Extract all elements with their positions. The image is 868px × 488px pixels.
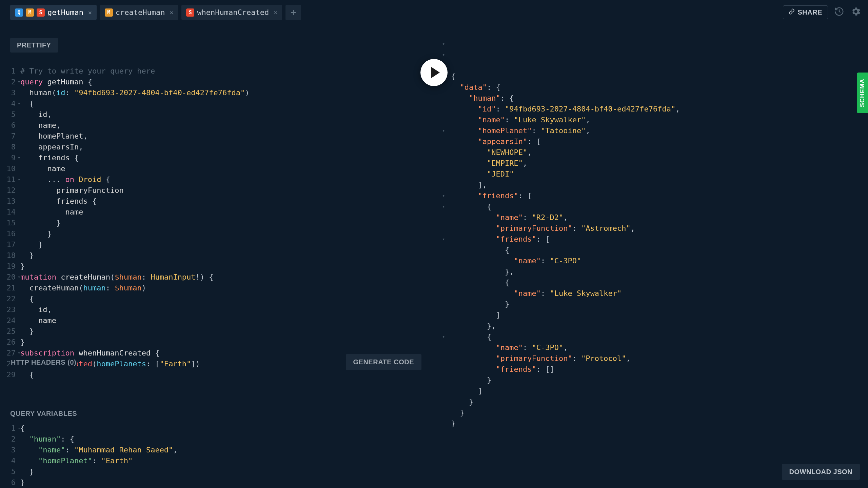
play-button[interactable]	[420, 59, 448, 86]
response-line: "friends": [	[451, 234, 851, 245]
code-line: homePlanet,	[20, 131, 434, 142]
response-line: "appearsIn": [	[451, 136, 851, 147]
code-line: }	[20, 337, 434, 348]
http-headers-toggle[interactable]: HTTP HEADERS (0)	[10, 357, 77, 368]
tab-label: whenHumanCreated	[197, 8, 269, 17]
code-line: }	[20, 228, 434, 239]
query-variables-panel: QUERY VARIABLES 123456 { "human": { "nam…	[0, 404, 434, 488]
response-line: "data": {	[451, 82, 851, 93]
code-line: "human": {	[20, 434, 434, 445]
response-line: "human": {	[451, 93, 851, 104]
code-line: name	[20, 163, 434, 174]
share-label: SHARE	[797, 8, 822, 16]
tab-label: createHuman	[116, 8, 165, 17]
prettify-button[interactable]: PRETTIFY	[10, 38, 58, 53]
query-variables-toggle[interactable]: QUERY VARIABLES	[0, 404, 434, 423]
response-line: "friends": []	[451, 364, 851, 375]
response-line: },	[451, 321, 851, 331]
operation-badge-m: M	[105, 8, 113, 17]
history-icon[interactable]	[834, 6, 844, 18]
code-line: }	[20, 261, 434, 272]
response-line: ]	[451, 310, 851, 321]
response-line: {	[451, 71, 851, 82]
code-line: id,	[20, 109, 434, 120]
tab-getHuman[interactable]: QMSgetHuman✕	[10, 5, 97, 20]
code-line: primaryFunction	[20, 185, 434, 196]
response-line: "name": "Luke Skywalker",	[451, 115, 851, 125]
response-line: {	[451, 201, 851, 212]
response-line: "primaryFunction": "Protocol",	[451, 353, 851, 364]
schema-tab[interactable]: SCHEMA	[857, 73, 868, 113]
response-line: "homePlanet": "Tatooine",	[451, 125, 851, 136]
code-line: }	[20, 477, 434, 488]
code-line: friends {	[20, 152, 434, 163]
variables-editor[interactable]: 123456 { "human": { "name": "Muhammad Re…	[0, 423, 434, 488]
code-line: }	[20, 466, 434, 477]
response-line: {	[451, 245, 851, 256]
tab-whenHumanCreated[interactable]: SwhenHumanCreated✕	[181, 5, 282, 20]
close-icon[interactable]: ✕	[170, 9, 174, 16]
code-line: }	[20, 239, 434, 250]
response-line: "name": "Luke Skywalker"	[451, 288, 851, 299]
code-line: name	[20, 207, 434, 218]
query-editor[interactable]: 1234567891011121314151617181920212223242…	[0, 65, 434, 404]
response-line: },	[451, 266, 851, 277]
code-line: }	[20, 218, 434, 228]
response-line: }	[451, 299, 851, 310]
operation-badge-s: S	[186, 8, 194, 17]
download-json-button[interactable]: DOWNLOAD JSON	[782, 464, 860, 480]
code-line: name,	[20, 120, 434, 131]
code-line: id,	[20, 304, 434, 315]
code-line: human(id: "94fbd693-2027-4804-bf40-ed427…	[20, 87, 434, 98]
code-line: "homePlanet": "Earth"	[20, 455, 434, 466]
response-line: "JEDI"	[451, 169, 851, 180]
response-line: ],	[451, 180, 851, 190]
operation-badge-q: Q	[15, 8, 23, 17]
response-line: "name": "R2-D2",	[451, 212, 851, 223]
response-line: }	[451, 418, 851, 429]
operation-badge-s: S	[37, 8, 45, 17]
code-line: query getHuman {	[20, 77, 434, 87]
code-line: {	[20, 369, 434, 380]
code-line: {	[20, 293, 434, 304]
tab-label: getHuman	[47, 8, 83, 17]
settings-gear-icon[interactable]	[850, 6, 861, 19]
response-line: "NEWHOPE",	[451, 147, 851, 158]
response-line: "primaryFunction": "Astromech",	[451, 223, 851, 234]
code-line: friends {	[20, 196, 434, 207]
response-line: }	[451, 396, 851, 407]
code-line: createHuman(human: $human)	[20, 283, 434, 293]
response-pane: { "data": { "human": { "id": "94fbd693-2…	[434, 25, 868, 488]
code-line: # Try to write your query here	[20, 66, 434, 77]
response-line: "name": "C-3PO",	[451, 342, 851, 353]
share-button[interactable]: SHARE	[783, 5, 828, 19]
operation-badge-m: M	[26, 8, 34, 17]
response-line: }	[451, 375, 851, 386]
link-icon	[789, 8, 795, 16]
response-line: }	[451, 407, 851, 418]
close-icon[interactable]: ✕	[274, 9, 277, 16]
response-line: "EMPIRE",	[451, 158, 851, 169]
code-line: "name": "Muhammad Rehan Saeed",	[20, 445, 434, 455]
response-line: {	[451, 331, 851, 342]
code-line: ... on Droid {	[20, 174, 434, 185]
add-tab-button[interactable]: +	[285, 5, 301, 20]
response-line: "friends": [	[451, 190, 851, 201]
response-line: ]	[451, 386, 851, 396]
code-line: name	[20, 315, 434, 326]
tab-createHuman[interactable]: McreateHuman✕	[100, 5, 178, 20]
code-line: appearsIn,	[20, 142, 434, 152]
close-icon[interactable]: ✕	[88, 9, 92, 16]
left-pane: PRETTIFY 1234567891011121314151617181920…	[0, 25, 434, 488]
response-line: "id": "94fbd693-2027-4804-bf40-ed427fe76…	[451, 104, 851, 115]
code-line: mutation createHuman($human: HumanInput!…	[20, 272, 434, 283]
response-line: {	[451, 277, 851, 288]
top-actions: SHARE	[783, 5, 861, 19]
topbar: QMSgetHuman✕McreateHuman✕SwhenHumanCreat…	[0, 0, 868, 25]
generate-code-button[interactable]: GENERATE CODE	[346, 354, 421, 370]
tab-bar: QMSgetHuman✕McreateHuman✕SwhenHumanCreat…	[10, 5, 783, 20]
code-line: {	[20, 423, 434, 434]
code-line: }	[20, 326, 434, 337]
response-viewer[interactable]: { "data": { "human": { "id": "94fbd693-2…	[434, 25, 868, 488]
code-line: }	[20, 250, 434, 261]
